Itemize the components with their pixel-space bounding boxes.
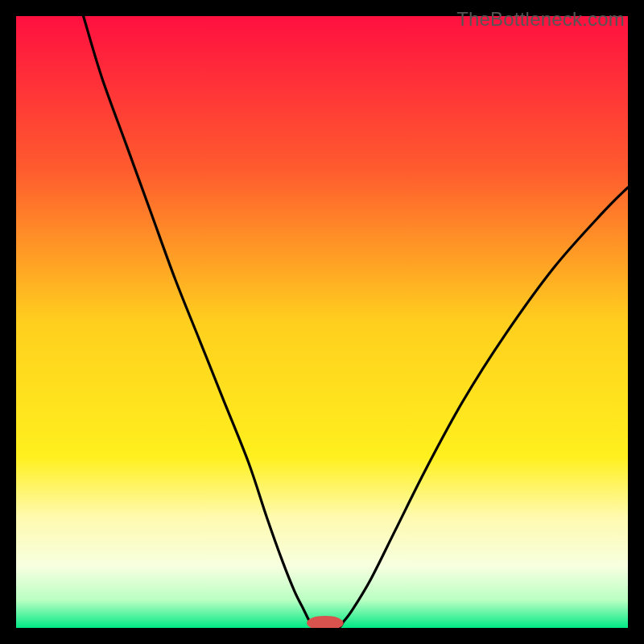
watermark-text: TheBottleneck.com	[456, 8, 625, 31]
plot-area	[16, 16, 628, 628]
bottleneck-chart	[16, 16, 628, 628]
chart-frame: TheBottleneck.com	[8, 8, 636, 636]
gradient-background	[16, 16, 628, 628]
